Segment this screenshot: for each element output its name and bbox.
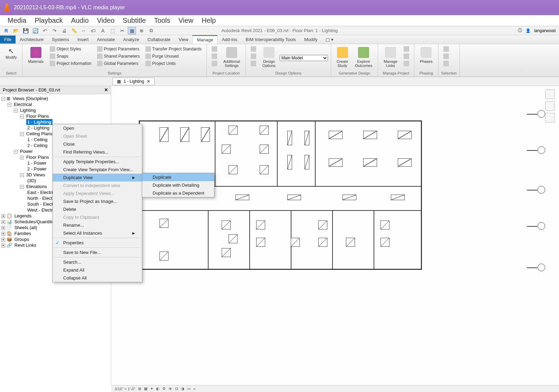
sync-icon[interactable]: 🔄	[31, 27, 39, 35]
manage-links-button[interactable]: Manage Links	[381, 46, 400, 69]
tree-floor-plans[interactable]: Floor Plans	[25, 113, 50, 119]
pick-edit-button[interactable]	[249, 53, 258, 60]
add-to-set-button[interactable]	[249, 46, 258, 52]
cm-duplicate[interactable]: Duplicate	[142, 173, 214, 181]
tree-3d-views[interactable]: 3D Views	[25, 172, 46, 178]
cm-create-template[interactable]: Create View Template From View...	[53, 166, 142, 174]
tab-modify[interactable]: Modify	[300, 36, 321, 43]
view-tab-close-icon[interactable]: ✕	[147, 79, 150, 84]
cm-duplicate-dependent[interactable]: Duplicate as a Dependent	[142, 189, 214, 197]
position-button[interactable]	[210, 60, 219, 67]
tree-electrical[interactable]: Electrical	[13, 101, 33, 107]
status-icon[interactable]: 👁	[168, 387, 172, 391]
tree-toggle[interactable]: −	[20, 115, 24, 118]
tab-annotate[interactable]: Annotate	[93, 36, 119, 43]
tree-toggle[interactable]: +	[1, 220, 5, 224]
design-options-button[interactable]: Design Options	[260, 46, 278, 69]
text-icon[interactable]: A	[99, 27, 107, 35]
cm-save-new-file[interactable]: Save to New File...	[53, 248, 142, 256]
signin-icon[interactable]: 👤	[526, 28, 531, 33]
cm-save-image[interactable]: Save to Project as Image...	[53, 197, 142, 205]
cm-rename[interactable]: Rename...	[53, 221, 142, 229]
cm-find-referring[interactable]: Find Referring Views...	[53, 148, 142, 156]
undo-icon[interactable]: ↶	[41, 27, 49, 35]
main-option-button[interactable]	[249, 60, 258, 67]
tree-toggle[interactable]: +	[1, 238, 5, 242]
tab-file[interactable]: File	[0, 36, 16, 43]
status-icon[interactable]: ⊡	[175, 386, 178, 391]
revit-logo-icon[interactable]: R	[2, 27, 10, 35]
vlc-menu-media[interactable]: Media	[3, 15, 30, 26]
tab-insert[interactable]: Insert	[73, 36, 93, 43]
tree-item-2-ceiling[interactable]: 2 - Ceiling	[26, 143, 49, 148]
tab-systems[interactable]: Systems	[48, 36, 73, 43]
cm-search[interactable]: Search...	[53, 258, 142, 266]
tree-views[interactable]: Views (Discipline)	[12, 96, 49, 101]
cm-expand-all[interactable]: Expand All	[53, 266, 142, 274]
vlc-menu-view[interactable]: View	[174, 15, 197, 26]
tab-architecture[interactable]: Architecture	[16, 36, 48, 43]
transfer-standards-button[interactable]: Transfer Project Standards	[143, 46, 204, 52]
print-icon[interactable]: 🖨	[60, 27, 68, 35]
vlc-menu-video[interactable]: Video	[93, 15, 119, 26]
cm-delete[interactable]: Delete	[53, 205, 142, 213]
vlc-menu-subtitle[interactable]: Subtitle	[119, 15, 150, 26]
phases-button[interactable]: Phases	[417, 46, 435, 65]
cm-open[interactable]: Open	[53, 124, 142, 132]
purge-unused-button[interactable]: Purge Unused	[143, 53, 204, 60]
close-hidden-icon[interactable]: ⊗	[137, 27, 146, 35]
object-styles-button[interactable]: Object Styles	[48, 46, 94, 52]
selection-save-button[interactable]	[441, 46, 451, 52]
tree-toggle[interactable]: +	[1, 244, 5, 247]
tab-manage[interactable]: Manage	[192, 35, 218, 44]
tree-toggle[interactable]: +	[1, 214, 5, 218]
tree-toggle[interactable]: −	[1, 97, 5, 101]
switch-window-icon[interactable]: ⧉	[147, 27, 155, 35]
main-model-dropdown[interactable]: Main Model	[280, 55, 328, 61]
tree-sheets[interactable]: Sheets (all)	[13, 225, 38, 231]
redo-icon[interactable]: ↷	[50, 27, 59, 35]
tree-item-1-ceiling[interactable]: 1 - Ceiling	[26, 137, 49, 143]
tree-item-3d[interactable]: {3D}	[26, 178, 37, 184]
cm-apply-template[interactable]: Apply Template Properties...	[53, 158, 142, 166]
tree-schedules[interactable]: Schedules/Quantities	[13, 219, 58, 225]
global-params-button[interactable]: Global Parameters	[95, 60, 142, 67]
tree-toggle[interactable]: −	[8, 103, 11, 107]
manage-images-button[interactable]	[402, 46, 411, 52]
project-params-button[interactable]: Project Parameters	[95, 46, 142, 52]
status-icon[interactable]: ⊞	[138, 386, 141, 391]
status-icon[interactable]: ⚙	[162, 386, 166, 391]
cm-duplicate-view[interactable]: Duplicate View ▶ Duplicate Duplicate wit…	[53, 174, 142, 182]
tree-toggle[interactable]: +	[1, 232, 5, 236]
shared-params-button[interactable]: Shared Parameters	[95, 53, 142, 60]
save-icon[interactable]: 💾	[21, 27, 30, 35]
status-icon[interactable]: ◐	[156, 386, 160, 391]
section-icon[interactable]: ✂	[118, 27, 126, 35]
project-browser-close-icon[interactable]: ✕	[104, 87, 108, 92]
tree-item-1-power[interactable]: 1 - Power	[26, 160, 48, 166]
tree-toggle[interactable]: −	[14, 109, 18, 112]
tree-families[interactable]: Families	[13, 231, 32, 236]
vlc-menu-tools[interactable]: Tools	[150, 15, 174, 26]
tree-item-2-lighting[interactable]: 2 - Lighting	[26, 125, 50, 131]
tab-addins[interactable]: Add-Ins	[218, 36, 241, 43]
nav-pan-icon[interactable]	[545, 113, 555, 122]
project-info-button[interactable]: Project Information	[48, 60, 94, 67]
open-icon[interactable]: 📂	[12, 27, 20, 35]
vlc-menu-audio[interactable]: Audio	[67, 15, 93, 26]
tree-elevations[interactable]: Elevations	[25, 184, 48, 189]
view-tab-lighting[interactable]: ▦ 1 - Lighting ✕	[113, 78, 155, 85]
thin-lines-icon[interactable]: ▦	[128, 27, 136, 35]
measure-icon[interactable]: 📏	[70, 27, 78, 35]
selection-edit-button[interactable]	[441, 60, 451, 67]
location-button[interactable]	[210, 46, 219, 52]
tab-analyze[interactable]: Analyze	[119, 36, 143, 43]
additional-settings-button[interactable]: Additional Settings	[221, 46, 243, 69]
tree-item-1-lighting[interactable]: 1 - Lighting	[26, 119, 52, 125]
coordinates-button[interactable]	[210, 53, 219, 60]
tab-collaborate[interactable]: Collaborate	[143, 36, 175, 43]
tree-toggle[interactable]: −	[20, 185, 24, 189]
decal-types-button[interactable]	[402, 53, 411, 60]
modify-button[interactable]: ↖ Modify	[3, 46, 19, 61]
tag-icon[interactable]: 🏷	[89, 27, 97, 35]
